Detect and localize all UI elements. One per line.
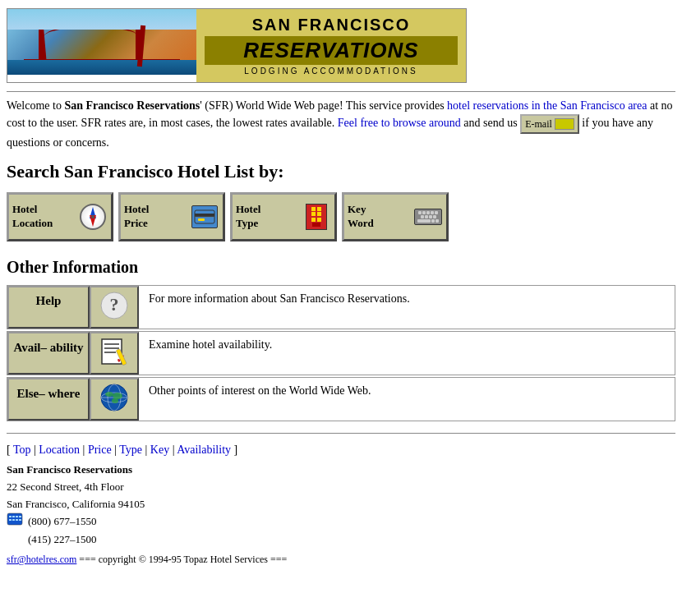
copyright-line: sfr@hotelres.com === copyright © 1994-95… [7,552,675,568]
footer-link-key[interactable]: Key [150,444,169,456]
welcome-text: Welcome to San Francisco Reservations' (… [7,97,675,151]
hotel-location-label: HotelLocation [12,203,78,231]
footer-link-location[interactable]: Location [39,444,80,456]
svg-rect-24 [9,519,12,521]
availability-row: Avail– ability ✓ Examine hotel availabil… [7,331,675,375]
svg-rect-22 [16,516,18,517]
svg-rect-2 [198,218,205,221]
help-button[interactable]: Help [7,286,90,329]
svg-rect-1 [195,214,214,217]
hotel-price-button[interactable]: HotelPrice [118,192,225,241]
globe-icon [99,402,129,415]
compass-icon [78,202,108,232]
header-divider [7,91,675,92]
svg-rect-27 [19,519,21,521]
email-icon [555,118,574,130]
address-line1: 22 Second Street, 4th Floor [7,479,675,496]
keyboard-icon [413,202,443,232]
availability-icon-cell: ✓ [90,332,139,375]
footer-link-price[interactable]: Price [88,444,112,456]
footer-link-type[interactable]: Type [119,444,142,456]
phone-row-1: (800) 677–1550 [7,513,675,531]
price-icon [190,202,219,232]
address-line2: San Francisco, California 94105 [7,496,675,513]
banner-text: SAN FRANCISCO RESERVATIONS LODGING ACCOM… [196,9,466,82]
banner-image [7,9,196,75]
banner-subtitle: RESERVATIONS [205,36,458,65]
search-heading: Search San Francisco Hotel List by: [7,161,675,182]
building-icon [302,202,331,232]
svg-text:?: ? [110,294,119,315]
svg-point-18 [112,398,118,403]
phone-row-2: (415) 227–1500 [7,531,675,549]
availability-icon: ✓ [99,356,129,369]
phone-number-2: (415) 227–1500 [28,531,96,549]
key-word-label: KeyWord [348,203,413,231]
svg-rect-20 [9,516,12,517]
copyright-text: === copyright © 1994-95 Topaz Hotel Serv… [79,554,287,565]
footer-divider [7,433,675,434]
hotel-price-label: HotelPrice [124,203,190,231]
svg-point-16 [105,392,113,397]
svg-rect-21 [12,516,15,517]
svg-point-17 [113,393,122,399]
address-block: San Francisco Reservations 22 Second Str… [7,462,675,568]
availability-button[interactable]: Avail– ability [7,332,90,375]
help-description: For more information about San Francisco… [139,286,420,329]
phone-icon-1 [7,513,23,531]
email-button[interactable]: E-mail [520,114,579,134]
key-word-button[interactable]: KeyWord [342,192,449,241]
availability-description: Examine hotel availability. [139,332,282,375]
phone-number-1: (800) 677–1550 [28,513,96,531]
footer-links: [ Top | Location | Price | Type | Key | … [7,444,675,457]
svg-rect-26 [16,519,18,521]
elsewhere-row: Else– where Other points of interest on … [7,377,675,421]
header-banner: SAN FRANCISCO RESERVATIONS LODGING ACCOM… [7,8,467,83]
help-row: Help ? For more information about San Fr… [7,285,675,329]
svg-rect-25 [12,519,15,521]
email-link[interactable]: sfr@hotelres.com [7,554,76,565]
svg-rect-23 [19,516,21,517]
elsewhere-icon-cell [90,378,139,421]
footer-link-top[interactable]: Top [13,444,31,456]
footer-link-availability[interactable]: Availability [177,444,231,456]
other-info-heading: Other Information [7,258,675,277]
company-name: San Francisco Reservations [7,462,675,479]
hotel-type-button[interactable]: HotelType [230,192,337,241]
banner-title: SAN FRANCISCO [205,16,458,34]
elsewhere-button[interactable]: Else– where [7,378,90,421]
search-buttons: HotelLocation HotelPrice [7,192,675,241]
hotel-location-button[interactable]: HotelLocation [7,192,113,241]
banner-lodging: LODGING ACCOMMODATIONS [205,67,458,76]
help-icon-cell: ? [90,286,139,329]
elsewhere-description: Other points of interest on the World Wi… [139,378,381,421]
hotel-type-label: HotelType [236,203,302,231]
help-icon: ? [99,310,129,323]
